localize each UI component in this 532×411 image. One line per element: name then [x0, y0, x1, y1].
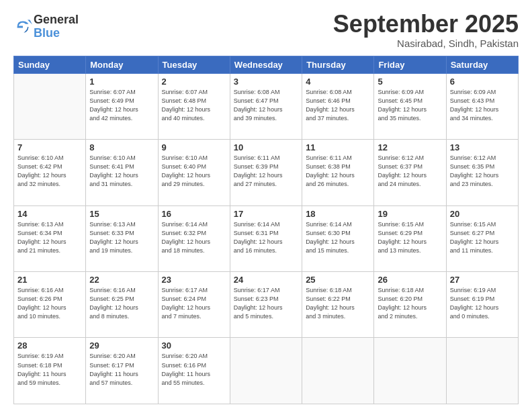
- page: General Blue September 2025 Nasirabad, S…: [0, 0, 532, 411]
- day-number: 11: [306, 142, 370, 152]
- col-tuesday: Tuesday: [158, 56, 230, 73]
- day-number: 27: [450, 275, 515, 285]
- day-info: Sunrise: 6:14 AM Sunset: 6:30 PM Dayligh…: [306, 220, 370, 255]
- table-row: 16Sunrise: 6:14 AM Sunset: 6:32 PM Dayli…: [158, 205, 230, 271]
- table-row: 13Sunrise: 6:12 AM Sunset: 6:35 PM Dayli…: [446, 140, 518, 205]
- table-row: [302, 338, 374, 404]
- col-wednesday: Wednesday: [230, 56, 302, 73]
- day-info: Sunrise: 6:20 AM Sunset: 6:17 PM Dayligh…: [89, 352, 154, 387]
- table-row: 11Sunrise: 6:11 AM Sunset: 6:38 PM Dayli…: [302, 140, 374, 205]
- day-info: Sunrise: 6:08 AM Sunset: 6:46 PM Dayligh…: [306, 88, 370, 123]
- table-row: 22Sunrise: 6:16 AM Sunset: 6:25 PM Dayli…: [86, 272, 158, 338]
- day-number: 8: [89, 142, 154, 152]
- table-row: [446, 338, 518, 404]
- logo: General Blue: [13, 13, 79, 40]
- day-info: Sunrise: 6:11 AM Sunset: 6:39 PM Dayligh…: [234, 154, 298, 189]
- day-number: 5: [378, 77, 442, 87]
- title-block: September 2025 Nasirabad, Sindh, Pakista…: [333, 11, 519, 49]
- location: Nasirabad, Sindh, Pakistan: [333, 38, 519, 49]
- table-row: 7Sunrise: 6:10 AM Sunset: 6:42 PM Daylig…: [14, 140, 86, 205]
- day-info: Sunrise: 6:14 AM Sunset: 6:31 PM Dayligh…: [234, 220, 298, 255]
- day-number: 20: [450, 209, 515, 219]
- table-row: 24Sunrise: 6:17 AM Sunset: 6:23 PM Dayli…: [230, 272, 302, 338]
- day-number: 6: [450, 77, 515, 87]
- day-info: Sunrise: 6:13 AM Sunset: 6:34 PM Dayligh…: [17, 220, 82, 255]
- col-friday: Friday: [374, 56, 446, 73]
- table-row: 12Sunrise: 6:12 AM Sunset: 6:37 PM Dayli…: [374, 140, 446, 205]
- day-info: Sunrise: 6:16 AM Sunset: 6:26 PM Dayligh…: [17, 286, 82, 321]
- table-row: 10Sunrise: 6:11 AM Sunset: 6:39 PM Dayli…: [230, 140, 302, 205]
- table-row: 6Sunrise: 6:09 AM Sunset: 6:43 PM Daylig…: [446, 73, 518, 139]
- logo-icon: [13, 17, 32, 36]
- calendar-header-row: Sunday Monday Tuesday Wednesday Thursday…: [14, 56, 519, 73]
- day-info: Sunrise: 6:16 AM Sunset: 6:25 PM Dayligh…: [89, 286, 154, 321]
- day-info: Sunrise: 6:11 AM Sunset: 6:38 PM Dayligh…: [306, 154, 370, 189]
- day-number: 19: [378, 209, 442, 219]
- table-row: 17Sunrise: 6:14 AM Sunset: 6:31 PM Dayli…: [230, 205, 302, 271]
- logo-text: General Blue: [34, 13, 79, 40]
- table-row: 14Sunrise: 6:13 AM Sunset: 6:34 PM Dayli…: [14, 205, 86, 271]
- logo-general-text: General: [34, 13, 79, 27]
- day-info: Sunrise: 6:12 AM Sunset: 6:37 PM Dayligh…: [378, 154, 442, 189]
- day-number: 18: [306, 209, 370, 219]
- logo-blue-text: Blue: [34, 27, 79, 40]
- table-row: 2Sunrise: 6:07 AM Sunset: 6:48 PM Daylig…: [158, 73, 230, 139]
- table-row: 25Sunrise: 6:18 AM Sunset: 6:22 PM Dayli…: [302, 272, 374, 338]
- day-info: Sunrise: 6:09 AM Sunset: 6:43 PM Dayligh…: [450, 88, 515, 123]
- table-row: 21Sunrise: 6:16 AM Sunset: 6:26 PM Dayli…: [14, 272, 86, 338]
- col-thursday: Thursday: [302, 56, 374, 73]
- table-row: 18Sunrise: 6:14 AM Sunset: 6:30 PM Dayli…: [302, 205, 374, 271]
- day-number: 14: [17, 209, 82, 219]
- day-info: Sunrise: 6:15 AM Sunset: 6:27 PM Dayligh…: [450, 220, 515, 255]
- day-number: 28: [17, 340, 82, 351]
- table-row: 4Sunrise: 6:08 AM Sunset: 6:46 PM Daylig…: [302, 73, 374, 139]
- day-info: Sunrise: 6:19 AM Sunset: 6:18 PM Dayligh…: [17, 352, 82, 387]
- header: General Blue September 2025 Nasirabad, S…: [13, 11, 519, 49]
- day-info: Sunrise: 6:17 AM Sunset: 6:24 PM Dayligh…: [162, 286, 226, 321]
- day-info: Sunrise: 6:07 AM Sunset: 6:49 PM Dayligh…: [89, 88, 154, 123]
- day-info: Sunrise: 6:10 AM Sunset: 6:40 PM Dayligh…: [162, 154, 226, 189]
- day-info: Sunrise: 6:17 AM Sunset: 6:23 PM Dayligh…: [234, 286, 298, 321]
- day-number: 12: [378, 142, 442, 152]
- day-number: 7: [17, 142, 82, 152]
- day-number: 30: [162, 340, 226, 351]
- day-number: 17: [234, 209, 298, 219]
- day-number: 25: [306, 275, 370, 285]
- day-number: 13: [450, 142, 515, 152]
- table-row: 29Sunrise: 6:20 AM Sunset: 6:17 PM Dayli…: [86, 338, 158, 404]
- day-number: 10: [234, 142, 298, 152]
- day-info: Sunrise: 6:15 AM Sunset: 6:29 PM Dayligh…: [378, 220, 442, 255]
- table-row: [14, 73, 86, 139]
- day-number: 1: [89, 77, 154, 87]
- month-title: September 2025: [333, 11, 519, 38]
- day-number: 29: [89, 340, 154, 351]
- day-number: 16: [162, 209, 226, 219]
- calendar-table: Sunday Monday Tuesday Wednesday Thursday…: [13, 56, 519, 404]
- table-row: 28Sunrise: 6:19 AM Sunset: 6:18 PM Dayli…: [14, 338, 86, 404]
- table-row: 5Sunrise: 6:09 AM Sunset: 6:45 PM Daylig…: [374, 73, 446, 139]
- day-info: Sunrise: 6:10 AM Sunset: 6:41 PM Dayligh…: [89, 154, 154, 189]
- table-row: 3Sunrise: 6:08 AM Sunset: 6:47 PM Daylig…: [230, 73, 302, 139]
- day-number: 4: [306, 77, 370, 87]
- day-info: Sunrise: 6:18 AM Sunset: 6:22 PM Dayligh…: [306, 286, 370, 321]
- table-row: 30Sunrise: 6:20 AM Sunset: 6:16 PM Dayli…: [158, 338, 230, 404]
- col-saturday: Saturday: [446, 56, 518, 73]
- day-number: 23: [162, 275, 226, 285]
- table-row: 20Sunrise: 6:15 AM Sunset: 6:27 PM Dayli…: [446, 205, 518, 271]
- table-row: 27Sunrise: 6:19 AM Sunset: 6:19 PM Dayli…: [446, 272, 518, 338]
- day-info: Sunrise: 6:12 AM Sunset: 6:35 PM Dayligh…: [450, 154, 515, 189]
- day-number: 26: [378, 275, 442, 285]
- table-row: 15Sunrise: 6:13 AM Sunset: 6:33 PM Dayli…: [86, 205, 158, 271]
- table-row: 9Sunrise: 6:10 AM Sunset: 6:40 PM Daylig…: [158, 140, 230, 205]
- table-row: [230, 338, 302, 404]
- day-info: Sunrise: 6:19 AM Sunset: 6:19 PM Dayligh…: [450, 286, 515, 321]
- col-monday: Monday: [86, 56, 158, 73]
- table-row: 8Sunrise: 6:10 AM Sunset: 6:41 PM Daylig…: [86, 140, 158, 205]
- day-number: 21: [17, 275, 82, 285]
- day-info: Sunrise: 6:10 AM Sunset: 6:42 PM Dayligh…: [17, 154, 82, 189]
- table-row: 1Sunrise: 6:07 AM Sunset: 6:49 PM Daylig…: [86, 73, 158, 139]
- day-info: Sunrise: 6:18 AM Sunset: 6:20 PM Dayligh…: [378, 286, 442, 321]
- day-number: 22: [89, 275, 154, 285]
- day-info: Sunrise: 6:13 AM Sunset: 6:33 PM Dayligh…: [89, 220, 154, 255]
- table-row: [374, 338, 446, 404]
